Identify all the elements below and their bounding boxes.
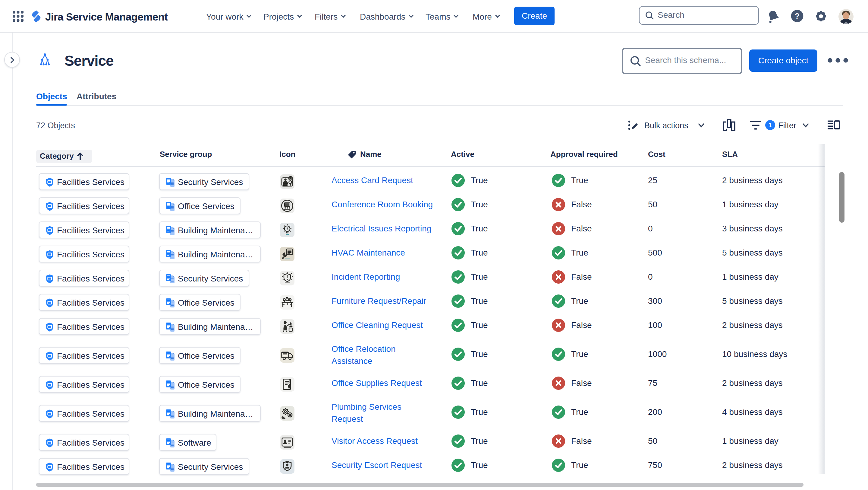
svg-text:?: ? — [795, 11, 800, 21]
